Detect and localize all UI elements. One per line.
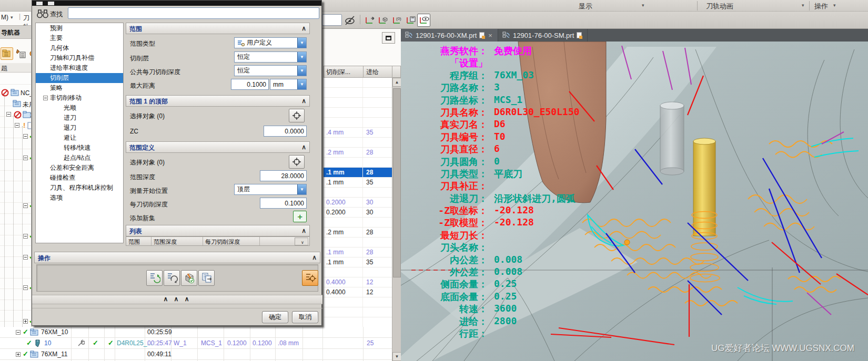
table-row[interactable]: ✓ 76XM_10 00:25:59: [0, 327, 392, 338]
table-row[interactable]: [324, 188, 392, 198]
dialog-tree-item[interactable]: 策略: [36, 83, 123, 93]
dialog-tree-item[interactable]: 退刀: [36, 123, 123, 133]
close-icon[interactable]: ×: [488, 32, 492, 39]
dialog-tree-item[interactable]: 主要: [36, 33, 123, 43]
edit-display-button[interactable]: [302, 270, 318, 286]
dialog-collapse-strip[interactable]: ∧ ∧ ∧: [32, 295, 322, 304]
cut-levels-dropdown[interactable]: 恒定 ▼: [234, 51, 307, 63]
col-range-depth[interactable]: 范围深度: [152, 237, 203, 245]
dialog-tree-item[interactable]: 预测: [36, 23, 123, 33]
scrollbar-thumb[interactable]: [393, 88, 401, 277]
table-row[interactable]: [324, 78, 392, 88]
program-order-view-icon[interactable]: [1, 47, 13, 60]
range-depth-input[interactable]: 28.0000: [260, 170, 307, 181]
tab-label[interactable]: 12901-76-00-XM.prt: [416, 32, 477, 39]
dialog-tree-item[interactable]: 公差和安全距离: [36, 163, 123, 173]
table-row[interactable]: [324, 218, 392, 228]
max-distance-unit-dropdown[interactable]: mm ▼: [270, 79, 307, 90]
table-row[interactable]: 0.4000 12: [324, 287, 392, 297]
dialog-tree-item[interactable]: 起点/钻点: [36, 153, 123, 163]
table-row[interactable]: .1 mm 28: [324, 247, 392, 257]
table-row[interactable]: .2 mm 28: [324, 228, 392, 238]
group-display-label[interactable]: 显示: [579, 2, 592, 11]
dialog-tree-item[interactable]: 进给率和速度: [36, 63, 123, 73]
csys-show-icon[interactable]: [417, 14, 430, 27]
dialog-tree-item[interactable]: 刀轴和刀具补偿: [36, 53, 123, 63]
chevron-down-icon[interactable]: ▼: [297, 52, 306, 62]
table-row[interactable]: .2 mm 28: [324, 148, 392, 158]
table-row[interactable]: .1 mm 35: [324, 257, 392, 267]
table-scrollbar[interactable]: ▲ ▼: [392, 78, 401, 361]
table-row[interactable]: [324, 297, 392, 307]
col-range[interactable]: 范围: [126, 237, 152, 245]
section-range-top-header[interactable]: 范围 1 的顶部 ∧: [126, 95, 310, 107]
collapse-node-icon[interactable]: [43, 96, 48, 100]
program-group-name[interactable]: 76XM_11: [41, 350, 67, 358]
group-operation-label[interactable]: 操作: [814, 2, 828, 11]
table-row[interactable]: .4 mm 35: [324, 128, 392, 138]
find-input[interactable]: [68, 7, 319, 19]
section-action-header[interactable]: 操作 ∧: [34, 252, 320, 263]
toolbar-field-fragment[interactable]: [322, 14, 342, 26]
scroll-up-icon[interactable]: ▲: [392, 78, 401, 87]
machine-tool-view-icon[interactable]: [14, 47, 27, 60]
chevron-down-icon[interactable]: ▾: [833, 3, 836, 8]
dialog-tree-item[interactable]: 避让: [36, 133, 123, 143]
expand-node-icon[interactable]: [16, 352, 21, 357]
csys-move-icon[interactable]: [363, 14, 376, 27]
table-row[interactable]: [324, 158, 392, 168]
cancel-button[interactable]: 取消: [292, 311, 318, 323]
dialog-tree-item[interactable]: 碰撞检查: [36, 173, 123, 183]
table-row[interactable]: [324, 88, 392, 98]
collapse-node-icon[interactable]: [15, 123, 19, 128]
collapse-section-icon[interactable]: ∧: [301, 25, 306, 32]
section-range-header[interactable]: 范围 ∧: [126, 23, 310, 34]
dialog-tree-item[interactable]: 转移/快速: [36, 143, 123, 153]
table-row[interactable]: [324, 317, 392, 327]
csys-display-icon[interactable]: [376, 14, 389, 27]
table-row[interactable]: [324, 307, 392, 317]
dialog-tree-item[interactable]: 切削层: [36, 73, 123, 83]
cut-depth-column-header[interactable]: 切削深...: [324, 66, 364, 77]
operation-name[interactable]: 10: [44, 339, 51, 347]
table-row[interactable]: .1 mm 35: [324, 178, 392, 188]
visibility-toggle-icon[interactable]: [343, 14, 356, 27]
collapse-node-icon[interactable]: [6, 112, 11, 117]
tab-label[interactable]: 12901-76-00-SM.prt: [513, 32, 574, 39]
table-row[interactable]: [324, 238, 392, 247]
graphics-window[interactable]: 12901-76-00-XM.prt × 12901-76-00-SM.prt: [401, 29, 868, 361]
tab-part-xm[interactable]: 12901-76-00-XM.prt ×: [401, 29, 498, 42]
dialog-tree-item[interactable]: 光顺: [36, 103, 123, 113]
select-point-button[interactable]: [289, 109, 305, 122]
chevron-down-icon[interactable]: ▼: [297, 66, 306, 76]
table-row[interactable]: 0.4000 12: [324, 277, 392, 287]
per-cut-depth-input[interactable]: 0.1000: [260, 198, 307, 209]
collapse-node-icon[interactable]: [23, 234, 28, 239]
collapse-node-icon[interactable]: [23, 255, 28, 260]
list-scroll-down-icon[interactable]: ∨: [295, 238, 308, 245]
csys-save-icon[interactable]: [404, 14, 417, 27]
dialog-tree-item[interactable]: 刀具、程序和机床控制: [36, 183, 123, 193]
feed-column-header[interactable]: 进给: [364, 66, 392, 77]
table-row[interactable]: 0.2000 30: [324, 208, 392, 218]
collapse-section-icon[interactable]: ∧: [301, 97, 306, 105]
dialog-titlebar[interactable]: [32, 1, 321, 6]
common-depth-dropdown[interactable]: 恒定 ▼: [234, 65, 307, 76]
replay-toolpath-button[interactable]: [164, 270, 180, 286]
dialog-tree-item[interactable]: 几何体: [36, 43, 123, 53]
table-row[interactable]: ✓ 76XM_11 00:49:11: [0, 349, 392, 360]
dialog-tree-item[interactable]: 进刀: [36, 113, 123, 123]
navigator-tree[interactable]: NC_P 未用: [0, 74, 32, 361]
chevron-down-icon[interactable]: ▼: [297, 79, 306, 89]
tree-row-label[interactable]: 未用: [23, 100, 32, 109]
viewport-3d-scene[interactable]: 燕秀软件： 免费使用 「设置」 程序组： 76XM_03 刀路名称： 3 刀路坐…: [401, 42, 868, 361]
collapse-section-icon[interactable]: ∧: [312, 254, 317, 261]
table-row[interactable]: [324, 267, 392, 277]
section-range-definition-header[interactable]: 范围定义 ∧: [126, 141, 310, 153]
table-row[interactable]: [324, 108, 392, 118]
program-group-name[interactable]: 76XM_10: [41, 328, 68, 336]
section-list-header[interactable]: 列表 ∧: [126, 225, 310, 236]
verify-toolpath-button[interactable]: [181, 270, 197, 286]
dialog-tree-item[interactable]: 非切削移动: [36, 93, 123, 103]
scroll-down-icon[interactable]: ▼: [392, 352, 401, 361]
